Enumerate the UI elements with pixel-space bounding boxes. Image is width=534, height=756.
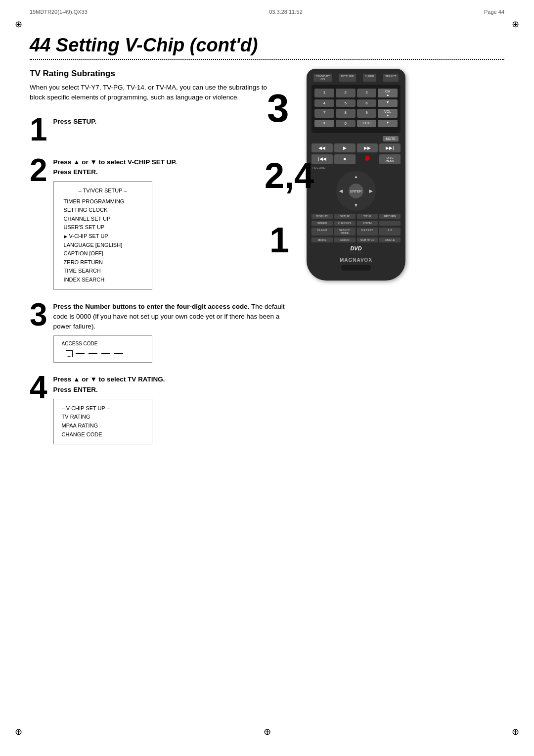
audio-button[interactable]: AUDIO: [334, 237, 356, 242]
step-4-text: Press ▲ or ▼ to select TV RATING.Press E…: [53, 375, 287, 395]
step-1-number: 1: [30, 114, 47, 145]
menu2-item-tvrating: TV RATING: [62, 413, 144, 422]
sleep-button[interactable]: SLEEP: [363, 74, 376, 82]
menu2-item-change: CHANGE CODE: [62, 430, 144, 439]
remote-screen-area: 1 2 3 CH▲ 4 5 6 ▼: [312, 85, 400, 133]
access-code-display: _: [66, 350, 144, 357]
nav-right-arrow[interactable]: ▶: [369, 189, 373, 193]
step-2-text: Press ▲ or ▼ to select V-CHIP SET UP.Pre…: [53, 157, 287, 178]
nav-down-arrow[interactable]: ▼: [354, 203, 358, 208]
setup-button[interactable]: SETUP: [334, 214, 356, 219]
display-button[interactable]: DISPLAY: [312, 214, 333, 219]
subtitle-button[interactable]: SUBTITLE: [357, 237, 378, 242]
remote-speaker: [341, 265, 371, 271]
ch-down-button[interactable]: ▼: [378, 99, 398, 107]
menu1-item-zero: ZERO RETURN: [62, 258, 144, 267]
section-title: TV Rating Subratings: [30, 69, 287, 79]
btn-0[interactable]: 0: [336, 120, 356, 127]
right-column: 3 2,4 1 STAND·BYON PICTURE SLEEP SELECT: [297, 69, 415, 453]
vol-down-button[interactable]: ▼: [378, 120, 398, 127]
step-1: 1 Press SETUP.: [30, 114, 287, 145]
transport-grid-2: |◀◀ ■ DISCMENU: [312, 154, 400, 164]
btn-7[interactable]: 7: [314, 109, 334, 118]
btn-8[interactable]: 8: [336, 109, 356, 118]
record-dot: [365, 156, 370, 161]
nav-up-arrow[interactable]: ▲: [354, 174, 358, 179]
stop-button[interactable]: ■: [334, 154, 356, 164]
step-4: 4 Press ▲ or ▼ to select TV RATING.Press…: [30, 372, 287, 444]
btn-1[interactable]: 1: [314, 89, 334, 97]
btn-5[interactable]: 5: [336, 99, 356, 107]
num-grid-1: 1 2 3 CH▲: [314, 89, 398, 97]
tvvcr-menu-box: – TV/VCR SETUP – TIMER PROGRAMMING SETTI…: [53, 181, 152, 290]
btn-pause[interactable]: II: [314, 120, 334, 127]
menu1-item-timer: TIMER PROGRAMMING: [62, 197, 144, 206]
two-col-layout: TV Rating Subratings When you select TV-…: [30, 69, 504, 453]
header-center: 03.3.28 11:52: [269, 9, 302, 15]
vchip-menu-box: – V-CHIP SET UP – TV RATING MPAA RATING …: [53, 399, 152, 444]
menu1-item-language: LANGUAGE [ENGLISH]: [62, 241, 144, 250]
repeat-button[interactable]: REPEAT: [357, 228, 378, 236]
step-3: 3 Press the Number buttons to enter the …: [30, 299, 287, 363]
menu2-title: – V-CHIP SET UP –: [62, 404, 144, 413]
access-code-title: ACCESS CODE: [62, 341, 144, 346]
mode-row: MODE AUDIO SUBTITLE ANGLE: [312, 237, 400, 242]
empty-btn1: [379, 221, 400, 226]
nav-pad: ▲ ▼ ◀ ▶ ENTER: [336, 171, 376, 211]
btn-6[interactable]: 6: [357, 99, 377, 107]
speed-button[interactable]: SPEED: [312, 221, 333, 226]
title-button[interactable]: TITLE: [357, 214, 378, 219]
crosshair-bottom-right: ⊕: [512, 726, 519, 737]
num-grid-3: 7 8 9 VOL▲: [314, 109, 398, 118]
code-cursor: _: [66, 350, 73, 357]
select-button[interactable]: SELECT: [383, 74, 399, 82]
standby-button[interactable]: STAND·BYON: [313, 74, 332, 82]
left-column: TV Rating Subratings When you select TV-…: [30, 69, 287, 453]
picture-button[interactable]: PICTURE: [339, 74, 356, 82]
crosshair-top-right: ⊕: [512, 19, 519, 30]
btn-100[interactable]: +100: [357, 120, 377, 127]
separator: [30, 59, 504, 60]
page-header: 19MDTR20(1-49).QX33 03.3.28 11:52 Page 4…: [30, 9, 504, 15]
menu1-item-users: USER'S SET UP: [62, 223, 144, 232]
search-mode-button[interactable]: SEARCH MODE: [334, 228, 356, 236]
transport-grid: ◀◀ ▶ ▶▶ ▶▶|: [312, 143, 400, 152]
step-3-text: Press the Number buttons to enter the fo…: [53, 302, 287, 332]
mute-button[interactable]: MUTE: [383, 136, 399, 142]
menu1-item-caption: CAPTION [OFF]: [62, 249, 144, 258]
big-label-24: 2,4: [265, 158, 314, 193]
speed-row: SPEED C.RESET ZOOM: [312, 221, 400, 226]
zoom-button[interactable]: ZOOM: [357, 221, 378, 226]
vol-up-button[interactable]: VOL▲: [378, 109, 398, 118]
code-dash-1: [76, 353, 85, 354]
btn-9[interactable]: 9: [357, 109, 377, 118]
fast-forward-button[interactable]: ▶▶: [357, 143, 378, 152]
access-code-box: ACCESS CODE _: [53, 335, 152, 363]
skip-back-button[interactable]: |◀◀: [312, 154, 333, 164]
angle-button[interactable]: ANGLE: [379, 237, 400, 242]
mute-row: MUTE: [312, 136, 400, 142]
dvd-logo: DVD • • • • •: [312, 245, 400, 254]
ab-button[interactable]: A-B: [379, 228, 400, 236]
btn-2[interactable]: 2: [336, 89, 356, 97]
num-grid-4: II 0 +100 ▼: [314, 120, 398, 127]
btn-3[interactable]: 3: [357, 89, 377, 97]
nav-left-arrow[interactable]: ◀: [339, 189, 343, 193]
ch-up-button[interactable]: CH▲: [378, 89, 398, 97]
clear-button[interactable]: CLEAR: [312, 228, 333, 236]
section-intro: When you select TV-Y7, TV-PG, TV-14, or …: [30, 83, 267, 103]
enter-button[interactable]: ENTER: [349, 184, 363, 198]
play-button[interactable]: ▶: [334, 143, 356, 152]
record-button-area: [357, 154, 378, 164]
big-label-1: 1: [269, 222, 289, 258]
creset-button[interactable]: C.RESET: [334, 221, 356, 226]
btn-4[interactable]: 4: [314, 99, 334, 107]
mode-button[interactable]: MODE: [312, 237, 333, 242]
step-2-number: 2: [30, 154, 47, 186]
skip-button[interactable]: ▶▶|: [379, 143, 400, 152]
disc-menu-button[interactable]: DISCMENU: [379, 154, 400, 164]
return-button[interactable]: RETURN: [379, 214, 400, 219]
display-setup-row: DISPLAY SETUP TITLE RETURN: [312, 214, 400, 219]
rewind-button[interactable]: ◀◀: [312, 143, 333, 152]
step-1-text: Press SETUP.: [53, 117, 287, 127]
